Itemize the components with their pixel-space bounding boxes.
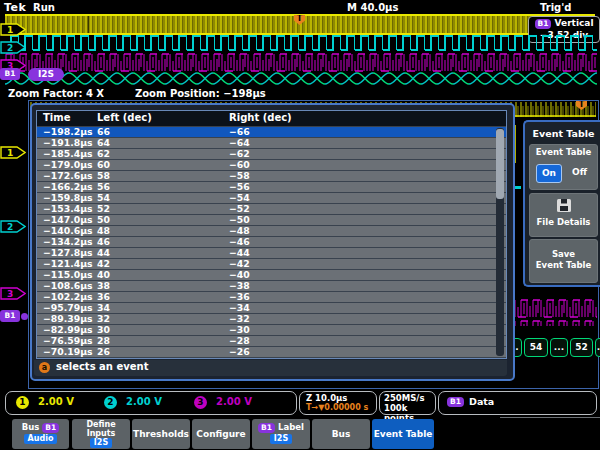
cell-left: 32: [97, 313, 110, 324]
menu-configure-button[interactable]: Configure: [192, 419, 250, 449]
thresholds-label: Thresholds: [132, 419, 190, 449]
ch1-zoom-marker[interactable]: 1: [0, 146, 26, 159]
cell-time: −140.6µs: [43, 225, 93, 236]
cell-left: 62: [97, 148, 110, 159]
bus-decode-value[interactable]: 52: [570, 338, 593, 357]
define-inputs-line2: Inputs: [72, 429, 130, 438]
bus-button-text: Bus: [22, 422, 40, 432]
cell-left: 64: [97, 137, 110, 148]
menu-bus-display-button[interactable]: Bus Display: [312, 419, 370, 449]
bus-decode-value[interactable]: 54: [524, 338, 548, 357]
cell-left: 26: [97, 346, 110, 357]
cell-right: −26: [229, 346, 250, 357]
column-header-left: Left (dec): [97, 112, 152, 123]
save-event-table-button[interactable]: Save Event Table: [529, 239, 598, 283]
acquisition-status: Run: [33, 2, 55, 13]
cell-right: −42: [229, 258, 250, 269]
cell-left: 40: [97, 269, 110, 280]
column-header-time: Time: [43, 112, 70, 123]
cell-right: −66: [229, 126, 250, 137]
ch1-badge[interactable]: 1: [16, 396, 29, 409]
toggle-label: Event Table: [530, 147, 597, 158]
toggle-off[interactable]: Off: [572, 167, 587, 177]
cell-left: 66: [97, 126, 110, 137]
ch3-zoom-waveform: [506, 298, 597, 326]
menu-define-inputs-button[interactable]: Define Inputs I2S: [72, 419, 130, 449]
cell-left: 60: [97, 159, 110, 170]
bus-decode-value[interactable]: ...: [550, 338, 568, 357]
ch3-badge[interactable]: 3: [194, 396, 207, 409]
cell-right: −34: [229, 302, 250, 313]
zoom-factor-readout: Zoom Factor: 4 X: [8, 88, 104, 99]
trigger-status: Trig'd: [540, 2, 571, 13]
zoom-scale-readout: Z 10.0µs: [306, 393, 376, 403]
table-row[interactable]: −70.19µs26−26: [37, 347, 506, 358]
bus-zoom-marker-dot: [21, 313, 28, 320]
ch3-zoom-marker[interactable]: 3: [0, 287, 26, 300]
floppy-disk-icon: [556, 198, 572, 213]
acquisition-box: 250MS/s 100k points: [379, 391, 436, 415]
event-table-header: Time Left (dec) Right (dec): [37, 111, 506, 127]
zoom-position-readout: Zoom Position: −198µs: [135, 88, 266, 99]
divider: [500, 417, 600, 418]
scrollbar-track[interactable]: [496, 128, 504, 356]
cell-left: 56: [97, 181, 110, 192]
svg-text:1: 1: [7, 148, 13, 158]
toggle-on[interactable]: On: [536, 164, 562, 183]
cell-time: −198.2µs: [43, 126, 93, 137]
menu-thresholds-button[interactable]: Thresholds: [132, 419, 190, 449]
cell-right: −32: [229, 313, 250, 324]
column-header-right: Right (dec): [229, 112, 292, 123]
save-label-line1: Save: [530, 249, 597, 260]
cell-left: 48: [97, 225, 110, 236]
cell-left: 52: [97, 203, 110, 214]
cell-right: −54: [229, 192, 250, 203]
cell-right: −48: [229, 225, 250, 236]
cell-time: −185.4µs: [43, 148, 93, 159]
event-table-toggle-button[interactable]: Event Table On Off: [529, 144, 598, 190]
zoom-scale-box: Z 10.0µs T→▼0.00000 s: [299, 391, 377, 415]
cell-time: −179.0µs: [43, 159, 93, 170]
dialog-footer: a selects an event: [34, 360, 507, 376]
ch3-overview-waveform: [5, 52, 597, 73]
scrollbar-thumb[interactable]: [496, 129, 504, 199]
side-menu-title: Event Table: [525, 128, 600, 139]
cell-time: −166.2µs: [43, 181, 93, 192]
svg-text:3: 3: [7, 289, 13, 299]
cell-time: −82.99µs: [43, 324, 93, 335]
file-details-button[interactable]: File Details: [529, 193, 598, 237]
cell-left: 46: [97, 236, 110, 247]
cell-left: 38: [97, 280, 110, 291]
zoom-window-bracket[interactable]: [88, 16, 89, 33]
ch1-overview-marker[interactable]: 1: [0, 23, 26, 36]
cell-right: −62: [229, 148, 250, 159]
tek-logo: Tek: [4, 1, 26, 14]
cell-left: 44: [97, 247, 110, 258]
cell-left: 36: [97, 291, 110, 302]
menu-label-button[interactable]: B1 Label I2S: [252, 419, 310, 449]
cell-time: −191.8µs: [43, 137, 93, 148]
cell-left: 54: [97, 192, 110, 203]
cell-time: −153.4µs: [43, 203, 93, 214]
cell-right: −44: [229, 247, 250, 258]
ch2-overview-marker[interactable]: 2: [0, 41, 26, 54]
cell-left: 34: [97, 302, 110, 313]
event-table-body: −198.2µs66−66−191.8µs64−64−185.4µs62−62−…: [37, 127, 506, 358]
cell-time: −95.79µs: [43, 302, 93, 313]
menu-bus-button[interactable]: Bus B1 Audio: [12, 419, 69, 449]
label-value: I2S: [270, 434, 292, 444]
bus-decode-value[interactable]: ...: [595, 338, 600, 357]
cell-time: −102.2µs: [43, 291, 93, 302]
b1-badge: B1: [535, 19, 552, 29]
ch3-scale-readout: 2.00 V: [216, 396, 252, 407]
bus-label-bubble[interactable]: I2S: [28, 68, 64, 81]
menu-event-table-button[interactable]: Event Table: [372, 419, 434, 449]
ch2-zoom-marker[interactable]: 2: [0, 220, 26, 233]
ch2-badge[interactable]: 2: [104, 396, 117, 409]
file-details-label: File Details: [530, 217, 597, 228]
bus-zoom-marker[interactable]: B1: [0, 310, 20, 322]
bus-display-label: Bus Display: [312, 419, 370, 449]
multipurpose-knob-a-icon: a: [39, 362, 50, 373]
bus-overview-marker[interactable]: B1: [0, 68, 20, 80]
cell-time: −121.4µs: [43, 258, 93, 269]
